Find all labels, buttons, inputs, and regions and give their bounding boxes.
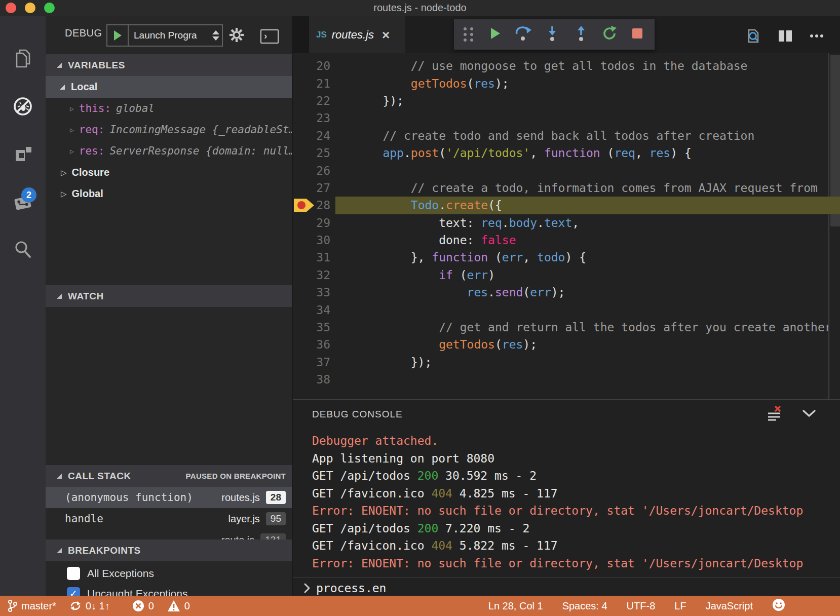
line-number[interactable]: 28 (293, 199, 330, 212)
code-text: app.post('/api/todos', function (req, re… (355, 146, 828, 160)
language-mode[interactable]: JavaScript (706, 600, 753, 612)
scope-closure[interactable]: ▷ Closure (46, 162, 293, 183)
line-number[interactable]: 29 (293, 216, 330, 229)
code-line[interactable]: 34 (293, 301, 840, 318)
stop-button[interactable] (630, 26, 645, 43)
line-number[interactable]: 24 (293, 129, 330, 142)
console-prompt[interactable]: process.en (303, 580, 386, 596)
feedback-smiley-icon[interactable] (772, 598, 785, 614)
line-number[interactable]: 30 (293, 234, 330, 247)
code-editor[interactable]: 20 // use mongoose to get all todos in t… (293, 53, 840, 399)
code-line[interactable]: 21 getTodos(res); (293, 74, 840, 92)
watch-section-header[interactable]: WATCH (46, 285, 293, 307)
line-number[interactable]: 36 (293, 338, 330, 351)
split-editor-icon[interactable] (777, 28, 793, 46)
call-stack-frame-clipped[interactable]: route.js 131 (46, 529, 293, 540)
code-line[interactable]: 29 text: req.body.text, (293, 214, 840, 232)
collapse-panel-chevron-icon[interactable] (801, 408, 817, 420)
files-icon[interactable] (11, 46, 34, 69)
code-line[interactable]: 23 (293, 109, 840, 127)
clear-console-icon[interactable] (766, 405, 783, 423)
breakpoint-all-exceptions[interactable]: All Exceptions (46, 563, 293, 584)
code-line[interactable]: 32 if (err) (293, 266, 840, 284)
code-line[interactable]: 28 Todo.create({ (293, 197, 840, 214)
line-number[interactable]: 38 (293, 373, 330, 386)
line-number[interactable]: 31 (293, 251, 330, 264)
call-stack-frame[interactable]: (anonymous function) routes.js 28 (46, 487, 293, 508)
line-number[interactable]: 21 (293, 77, 330, 90)
line-number[interactable]: 27 (293, 181, 330, 195)
breakpoints-section-header[interactable]: BREAKPOINTS (46, 540, 293, 561)
console-output[interactable]: Debugger attached.App listening on port … (312, 428, 840, 578)
line-number[interactable]: 22 (293, 94, 330, 107)
scope-local[interactable]: Local (46, 76, 293, 98)
variable-req[interactable]: ▷ req: IncomingMessage {_readableSt… (46, 119, 293, 140)
code-line[interactable]: 24 // create todo and send back all todo… (293, 127, 840, 144)
call-stack-frame[interactable]: handle layer.js 95 (46, 508, 293, 529)
step-out-button[interactable] (572, 25, 590, 44)
tab-routes-js[interactable]: JS routes.js × (309, 16, 405, 53)
code-line[interactable]: 38 (293, 371, 840, 388)
checkbox-unchecked[interactable] (67, 567, 80, 580)
code-line[interactable]: 20 // use mongoose to get all todos in t… (293, 57, 840, 74)
code-line[interactable]: 27 // create a todo, information comes f… (293, 179, 840, 197)
errors-status[interactable]: 0 (132, 600, 154, 612)
line-number[interactable]: 26 (293, 164, 330, 177)
open-debug-console-icon[interactable]: › (260, 29, 279, 44)
breakpoint-uncaught-exceptions[interactable]: ✓ Uncaught Exceptions (46, 584, 293, 596)
code-line[interactable]: 30 done: false (293, 232, 840, 249)
cursor-position[interactable]: Ln 28, Col 1 (488, 600, 543, 612)
line-number[interactable]: 20 (293, 59, 330, 72)
variable-this[interactable]: ▷ this: global (46, 98, 293, 119)
console-input[interactable]: process.en (316, 582, 386, 595)
more-actions-icon[interactable] (809, 28, 825, 46)
line-number[interactable]: 35 (293, 321, 330, 334)
launch-config-dropdown[interactable]: Launch Progra (106, 24, 223, 47)
line-number[interactable]: 32 (293, 268, 330, 282)
line-number[interactable]: 23 (293, 111, 330, 125)
indentation-setting[interactable]: Spaces: 4 (562, 600, 607, 612)
code-line[interactable]: 26 (293, 162, 840, 179)
chevron-expanded-icon (57, 474, 62, 479)
code-line[interactable]: 36 getTodos(res); (293, 336, 840, 353)
git-branch-status[interactable]: master* (7, 599, 56, 612)
line-number[interactable]: 25 (293, 146, 330, 160)
search-icon[interactable] (11, 238, 34, 261)
git-sync-status[interactable]: 0↓ 1↑ (69, 600, 110, 612)
variables-section-header[interactable]: VARIABLES (46, 54, 293, 76)
code-line[interactable]: 22 }); (293, 92, 840, 109)
line-number[interactable]: 33 (293, 286, 330, 299)
console-input-divider (293, 578, 840, 578)
line-number[interactable]: 34 (293, 303, 330, 317)
debug-disabled-icon[interactable] (11, 95, 34, 118)
extensions-icon[interactable] (11, 142, 34, 166)
scope-global[interactable]: ▷ Global (46, 183, 293, 205)
variable-res[interactable]: ▷ res: ServerResponse {domain: null… (46, 140, 293, 162)
close-icon[interactable]: × (382, 30, 390, 40)
chevron-collapsed-icon: ▷ (70, 147, 74, 155)
code-line[interactable]: 25 app.post('/api/todos', function (req,… (293, 144, 840, 162)
warnings-status[interactable]: 0 (167, 600, 190, 612)
line-number[interactable]: 37 (293, 356, 330, 369)
line-number-badge: 28 (266, 491, 286, 504)
open-preview-icon[interactable] (745, 27, 762, 47)
step-over-button[interactable] (514, 25, 532, 44)
call-stack-section-header[interactable]: CALL STACK PAUSED ON BREAKPOINT (46, 465, 293, 487)
step-into-button[interactable] (544, 25, 561, 44)
checkbox-checked[interactable]: ✓ (67, 587, 80, 596)
continue-button[interactable] (486, 25, 503, 44)
gear-icon[interactable] (228, 26, 245, 46)
eol-setting[interactable]: LF (674, 600, 686, 612)
code-text: }); (355, 94, 828, 107)
error-icon (132, 600, 144, 612)
code-line[interactable]: 37 }); (293, 354, 840, 371)
restart-button[interactable] (601, 25, 618, 44)
code-line[interactable]: 31 }, function (err, todo) { (293, 249, 840, 266)
console-line: GET /api/todos 200 30.592 ms - 2 (312, 467, 840, 485)
console-line: GET /api/todos 200 7.220 ms - 2 (312, 520, 840, 537)
code-line[interactable]: 33 res.send(err); (293, 284, 840, 301)
code-line[interactable]: 35 // get and return all the todos after… (293, 319, 840, 336)
start-debug-button[interactable] (107, 25, 129, 46)
drag-handle-icon[interactable] (464, 27, 474, 42)
encoding-setting[interactable]: UTF-8 (627, 600, 656, 612)
